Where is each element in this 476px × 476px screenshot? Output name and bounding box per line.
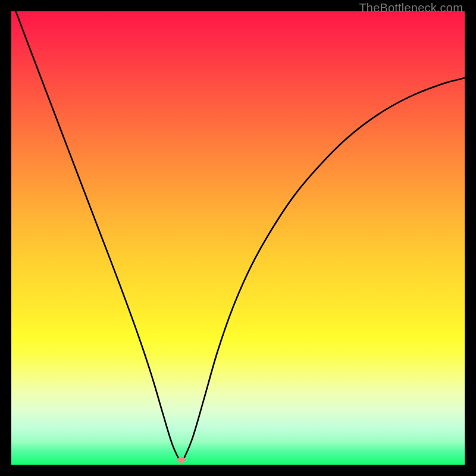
watermark-text: TheBottleneck.com [359,1,463,15]
plot-area [11,11,465,465]
chart-frame: TheBottleneck.com [0,0,476,476]
curve-svg [11,11,465,465]
bottleneck-curve [16,11,465,459]
